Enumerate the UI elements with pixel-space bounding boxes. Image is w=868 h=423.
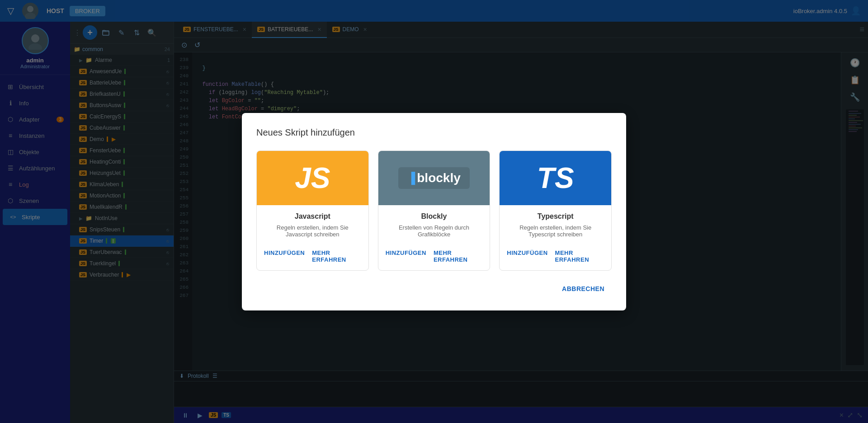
ts-card-image: TS xyxy=(500,151,611,205)
js-add-link[interactable]: HINZUFÜGEN xyxy=(264,249,305,263)
js-label: JS xyxy=(295,161,330,195)
cancel-button[interactable]: ABBRECHEN xyxy=(555,282,612,296)
blockly-learn-link[interactable]: MEHR ERFAHREN xyxy=(434,249,482,263)
modal-card-javascript[interactable]: JS Javascript Regeln erstellen, indem Si… xyxy=(256,150,369,271)
js-card-title: Javascript xyxy=(295,212,330,221)
modal-title: Neues Skript hinzufügen xyxy=(256,127,612,138)
add-script-modal: Neues Skript hinzufügen JS Javascript Re… xyxy=(242,113,626,310)
ts-label: TS xyxy=(537,161,574,195)
js-learn-link[interactable]: MEHR ERFAHREN xyxy=(312,249,361,263)
ts-learn-link[interactable]: MEHR ERFAHREN xyxy=(555,249,604,263)
modal-card-blockly[interactable]: ▐ blockly Blockly Erstellen von Regeln d… xyxy=(378,150,491,271)
blockly-card-image: ▐ blockly xyxy=(378,151,490,205)
blockly-add-link[interactable]: HINZUFÜGEN xyxy=(386,249,426,263)
blockly-card-desc: Erstellen von Regeln durch Grafikblöcke xyxy=(378,224,490,242)
ts-card-actions: HINZUFÜGEN MEHR ERFAHREN xyxy=(500,242,611,270)
ts-add-link[interactable]: HINZUFÜGEN xyxy=(507,249,547,263)
modal-footer: ABBRECHEN xyxy=(256,282,612,296)
ts-card-title: Typescript xyxy=(538,212,574,221)
blockly-card-actions: HINZUFÜGEN MEHR ERFAHREN xyxy=(378,242,490,270)
modal-overlay[interactable]: Neues Skript hinzufügen JS Javascript Re… xyxy=(0,0,868,423)
blockly-text: blockly xyxy=(417,171,460,185)
js-card-desc: Regeln erstellen, indem Sie Javascript s… xyxy=(257,224,368,242)
modal-cards: JS Javascript Regeln erstellen, indem Si… xyxy=(256,150,612,271)
js-card-actions: HINZUFÜGEN MEHR ERFAHREN xyxy=(257,242,368,270)
ts-card-desc: Regeln erstellen, indem Sie Typescript s… xyxy=(500,224,611,242)
blockly-icon: ▐ xyxy=(407,172,415,184)
modal-card-typescript[interactable]: TS Typescript Regeln erstellen, indem Si… xyxy=(499,150,612,271)
blockly-card-title: Blockly xyxy=(421,212,447,221)
js-card-image: JS xyxy=(257,151,368,205)
